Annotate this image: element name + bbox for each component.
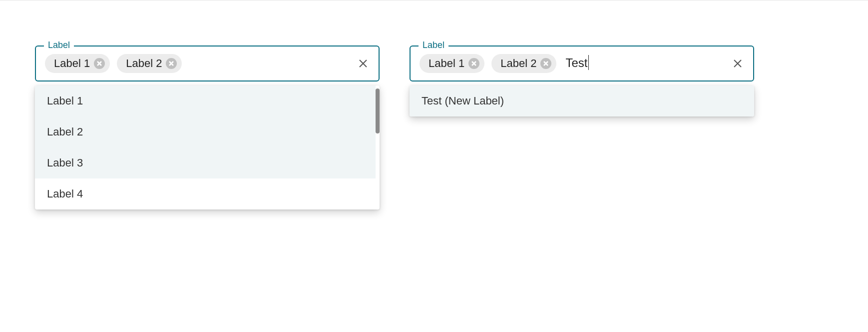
chip-text: Label 1 <box>54 57 90 70</box>
multiselect-input-box[interactable]: Label Label 1 Label 2 Test <box>410 46 754 82</box>
chip-label-1[interactable]: Label 1 <box>420 54 484 73</box>
dropdown-option[interactable]: Label 2 <box>35 116 376 148</box>
chip-text: Label 2 <box>126 57 162 70</box>
field-label: Label <box>419 40 448 50</box>
field-label: Label <box>44 40 74 50</box>
multiselect-right: Label Label 1 Label 2 Test <box>410 46 754 82</box>
multiselect-left: Label Label 1 Label 2 <box>35 46 380 82</box>
chip-label-1[interactable]: Label 1 <box>45 54 110 73</box>
dropdown-option-new[interactable]: Test (New Label) <box>410 86 754 116</box>
chip-label-2[interactable]: Label 2 <box>491 54 556 73</box>
chips-container: Label 1 Label 2 <box>45 54 357 73</box>
chip-text: Label 2 <box>500 57 536 70</box>
clear-all-button[interactable] <box>357 57 370 70</box>
text-cursor-icon <box>588 55 589 70</box>
dropdown-option[interactable]: Label 4 <box>35 178 376 210</box>
remove-chip-icon[interactable] <box>540 58 551 69</box>
scrollbar-thumb[interactable] <box>376 88 380 134</box>
remove-chip-icon[interactable] <box>166 58 177 69</box>
dropdown-panel: Label 1 Label 2 Label 3 Label 4 <box>35 86 380 210</box>
dropdown-option[interactable]: Label 3 <box>35 148 376 178</box>
dropdown-list: Label 1 Label 2 Label 3 Label 4 <box>35 86 376 210</box>
multiselect-input-box[interactable]: Label Label 1 Label 2 <box>35 46 380 82</box>
chip-text: Label 1 <box>429 57 464 70</box>
search-input[interactable]: Test <box>565 56 589 72</box>
dropdown-panel: Test (New Label) <box>410 86 754 116</box>
remove-chip-icon[interactable] <box>468 58 479 69</box>
chips-container: Label 1 Label 2 Test <box>420 54 731 73</box>
clear-all-button[interactable] <box>731 57 744 70</box>
form-container: Label Label 1 Label 2 <box>0 0 868 82</box>
dropdown-option[interactable]: Label 1 <box>35 86 376 116</box>
chip-label-2[interactable]: Label 2 <box>117 54 182 73</box>
scrollbar[interactable] <box>376 86 380 210</box>
input-text: Test <box>565 56 587 70</box>
remove-chip-icon[interactable] <box>94 58 105 69</box>
